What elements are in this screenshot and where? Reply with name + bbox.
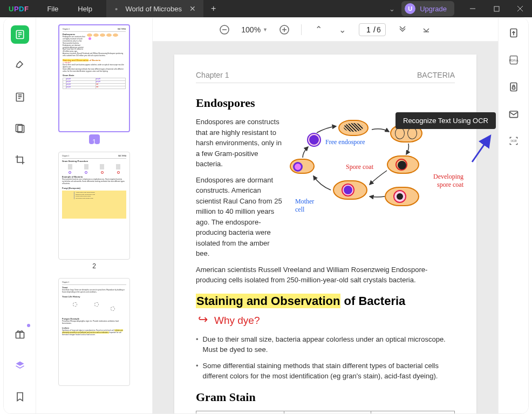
curl-arrow-icon: ↪ [198, 313, 208, 327]
tab-title: World of Microbes [125, 5, 182, 13]
ocr-tooltip: Recognize Text Using OCR [395, 112, 496, 129]
menu-file[interactable]: File [37, 5, 68, 13]
bookmark-icon[interactable] [11, 388, 29, 406]
maximize-button[interactable] [485, 0, 508, 17]
menu-help[interactable]: Help [68, 5, 102, 13]
svg-text:PDF/A: PDF/A [509, 59, 518, 62]
paragraph: Endospores are constructs that are highl… [196, 117, 282, 169]
diagram-label: Free endospore [325, 138, 365, 146]
close-window-button[interactable] [508, 0, 532, 17]
svg-rect-1 [494, 6, 499, 11]
prev-page-button[interactable] [395, 23, 410, 37]
thumbnail-3[interactable]: Chapter 1 Yeast Unicellular fungi. Some … [58, 278, 130, 386]
reader-tool[interactable] [11, 25, 29, 44]
current-page[interactable]: 1 [364, 25, 373, 34]
zoom-in-button[interactable] [277, 23, 291, 37]
heading-endospores: Endospores [196, 96, 455, 110]
heading-gram-stain: Gram Stain [196, 390, 455, 404]
upgrade-button[interactable]: U Upgrade [401, 1, 454, 16]
svg-rect-27 [512, 87, 515, 89]
content-area: 100%▼ ⌃ ⌃ 1 / 6 Chapter 1 BACTERIA Endos… [153, 18, 498, 413]
zoom-out-button[interactable] [217, 23, 231, 37]
zoom-level[interactable]: 100%▼ [241, 25, 268, 34]
table-header: Color of Gram - cells [371, 411, 454, 413]
bullet-item: •Due to their small size, bacteria appea… [196, 334, 455, 355]
page-indicator[interactable]: 1 / 6 [359, 23, 386, 36]
annotation-why-dye: ↪ Why dye? [214, 315, 455, 327]
thumb-number: 1 [89, 134, 100, 144]
gram-stain-table: Color of Gram + cells Color of Gram - ce… [196, 411, 455, 414]
notes-tool[interactable] [11, 88, 29, 106]
endospore-diagram: Vegetati Free endospore Mother cell [290, 117, 457, 225]
pages-tool[interactable] [11, 119, 29, 138]
thumbnail-2[interactable]: Chapter 1BACTERIA Gram Staining Procedur… [58, 152, 130, 273]
section-label: BACTERIA [417, 71, 455, 79]
next-page-button[interactable] [419, 23, 433, 37]
bullet-item: •Some differential staining methods that… [196, 361, 455, 382]
export-tool[interactable] [506, 25, 521, 40]
gift-icon[interactable] [11, 325, 29, 343]
tabs-dropdown-icon[interactable]: ⌄ [383, 5, 401, 13]
table-header: Color of Gram + cells [284, 411, 371, 413]
app-body: Chapter 1BACTERIA Endospores Endospores … [3, 17, 529, 414]
title-bar: UPDF File Help • World of Microbes ✕ + ⌄… [0, 0, 532, 17]
left-sidebar [4, 18, 36, 413]
layers-icon[interactable] [11, 356, 29, 375]
ocr-tool[interactable]: OCR [506, 133, 521, 148]
chevron-down-icon: ▼ [263, 27, 268, 32]
new-tab-button[interactable]: + [203, 4, 223, 13]
upgrade-badge-icon: U [405, 3, 415, 14]
tab-indicator-icon: • [115, 4, 118, 13]
diagram-label: Developing spore coat [426, 173, 463, 189]
thumbnail-1[interactable]: Chapter 1BACTERIA Endospores Endospores … [58, 24, 130, 146]
thumb-number: 2 [58, 260, 130, 273]
close-icon[interactable]: ✕ [189, 4, 196, 13]
highlighter-tool[interactable] [11, 57, 29, 75]
upgrade-label: Upgrade [420, 5, 447, 13]
document-toolbar: 100%▼ ⌃ ⌃ 1 / 6 [153, 18, 498, 42]
document-page: Chapter 1 BACTERIA Endospores Endospores… [174, 55, 476, 413]
minimize-button[interactable] [461, 0, 485, 17]
first-page-button[interactable]: ⌃ [311, 23, 325, 37]
last-page-button[interactable]: ⌃ [335, 23, 349, 37]
svg-text:OCR: OCR [510, 139, 517, 142]
paragraph: Endospores are dormant constructs. Ameri… [196, 175, 282, 259]
share-tool[interactable] [506, 106, 521, 121]
svg-line-30 [472, 137, 489, 162]
crop-tool[interactable] [11, 151, 29, 169]
diagram-label: Spore coat [346, 163, 373, 171]
pdfa-tool[interactable]: PDF/A [506, 52, 521, 67]
app-logo: UPDF [0, 5, 37, 13]
total-pages: 6 [376, 25, 381, 34]
thumbnails-panel: Chapter 1BACTERIA Endospores Endospores … [36, 18, 153, 413]
right-sidebar: PDF/A OCR [498, 18, 528, 413]
protect-tool[interactable] [506, 79, 521, 94]
chapter-label: Chapter 1 [196, 71, 229, 79]
pointer-arrow-icon [469, 133, 494, 165]
heading-staining: Staining and Observation of Bacteria [196, 294, 455, 308]
document-viewport[interactable]: Chapter 1 BACTERIA Endospores Endospores… [153, 42, 498, 413]
paragraph: American scientists Russell Vreeland and… [196, 264, 455, 286]
diagram-label: Mother cell [295, 198, 322, 214]
document-tab[interactable]: • World of Microbes ✕ [106, 0, 203, 17]
